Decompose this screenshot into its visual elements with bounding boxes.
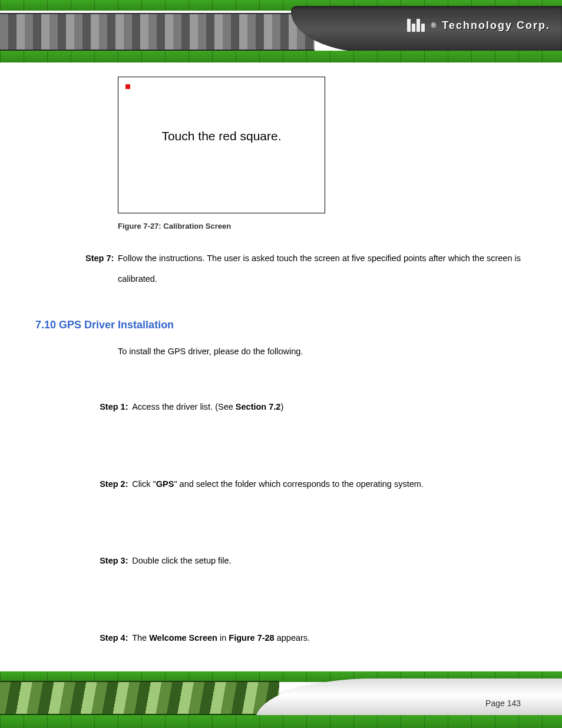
list-item: Step 4:The Welcome Screen in Figure 7-28…	[118, 599, 530, 677]
section-intro: To install the GPS driver, please do the…	[118, 347, 538, 356]
brand-swoosh: ® Technology Corp.	[291, 6, 562, 53]
figure-xref[interactable]: Figure 7-28	[229, 633, 274, 643]
pcb-photo-strip	[0, 681, 279, 715]
step-number: Step 7:	[85, 248, 118, 269]
calibration-screenshot: Touch the red square.	[118, 77, 325, 213]
page-header-decoration: ® Technology Corp.	[0, 0, 562, 65]
section-number: 7.10	[35, 319, 56, 331]
brand-name: Technology Corp.	[442, 19, 550, 32]
calibration-message: Touch the red square.	[118, 129, 325, 143]
red-square-icon	[125, 84, 130, 89]
step-number: Step 4:	[100, 625, 132, 651]
list-item: Step 2:Click "GPS" and select the folder…	[118, 446, 530, 523]
screen-name: Welcome Screen	[149, 633, 217, 643]
section-heading: 7.10 GPS Driver Installation	[35, 319, 538, 331]
pcb-strip-bottom-2	[0, 715, 562, 728]
page-footer-decoration: Page 143	[0, 669, 562, 728]
section-title-text: GPS Driver Installation	[59, 319, 174, 331]
step-text: Follow the instructions. The user is ask…	[118, 253, 521, 284]
step-text-pre: Double click the setup file.	[132, 556, 231, 565]
step-text-post: appears.	[275, 633, 310, 643]
step-text-pre: The	[132, 633, 149, 643]
brand-block: ® Technology Corp.	[407, 19, 550, 32]
iei-logo-icon	[407, 19, 425, 32]
step-number: Step 3:	[100, 548, 132, 574]
step-text-post: " and select the folder which correspond…	[174, 479, 423, 489]
list-item: Step 1:Access the driver list. (See Sect…	[118, 369, 530, 446]
registered-mark: ®	[431, 21, 436, 29]
section-xref[interactable]: Section 7.2	[236, 402, 281, 411]
step-number: Step 1:	[100, 394, 132, 420]
pcb-strip-top-2	[0, 51, 562, 62]
hardware-photo-strip	[0, 13, 315, 51]
list-item: Step 3:Double click the setup file.	[118, 523, 530, 600]
page-number: Page 143	[485, 699, 521, 708]
step-text-pre: Access the driver list. (See	[132, 402, 236, 411]
folder-name: GPS	[156, 479, 174, 489]
page-content: Touch the red square. Figure 7-27: Calib…	[0, 77, 562, 663]
step-text-pre: Click "	[132, 479, 156, 489]
calibration-step-7: Step 7:Follow the instructions. The user…	[118, 248, 524, 289]
step-text-mid: in	[217, 633, 229, 643]
step-number: Step 2:	[100, 472, 132, 498]
figure-caption: Figure 7-27: Calibration Screen	[118, 222, 538, 230]
step-text-post: )	[280, 402, 283, 411]
